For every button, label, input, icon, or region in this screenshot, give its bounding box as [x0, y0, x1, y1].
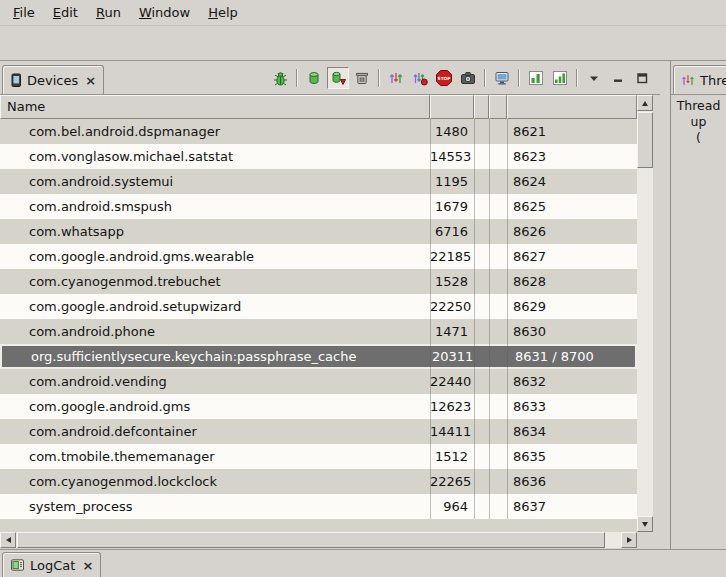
toolbar-separator — [518, 69, 520, 87]
process-port: 8637 — [507, 499, 637, 514]
table-row[interactable]: com.cyanogenmod.trebuchet15288628 — [0, 269, 637, 294]
horizontal-scrollbar-thumb[interactable] — [17, 532, 605, 548]
method-profiling-icon[interactable] — [409, 67, 431, 89]
update-heap-icon[interactable] — [303, 67, 325, 89]
table-row[interactable]: com.google.android.gms.wearable221858627 — [0, 244, 637, 269]
table-row[interactable]: com.android.systemui11958624 — [0, 169, 637, 194]
process-port: 8633 — [507, 399, 637, 414]
threads-tabbar: Threa — [671, 61, 726, 95]
process-name: com.cyanogenmod.lockclock — [0, 474, 430, 489]
process-name: system_process — [0, 499, 430, 514]
process-name: org.sufficientlysecure.keychain:passphra… — [2, 349, 432, 364]
process-port: 8629 — [507, 299, 637, 314]
table-row[interactable]: com.google.android.setupwizard222508629 — [0, 294, 637, 319]
horizontal-scrollbar[interactable] — [0, 532, 637, 548]
menu-help[interactable]: Help — [199, 2, 247, 23]
view-menu-icon[interactable] — [583, 67, 605, 89]
maximize-icon[interactable] — [631, 67, 653, 89]
process-name: com.android.systemui — [0, 174, 430, 189]
screen-record-icon[interactable] — [491, 67, 513, 89]
process-pid: 1195 — [430, 174, 474, 189]
process-name: com.google.android.setupwizard — [0, 299, 430, 314]
tab-devices[interactable]: Devices × — [2, 65, 104, 94]
close-icon[interactable]: × — [82, 558, 93, 573]
process-name: com.cyanogenmod.trebuchet — [0, 274, 430, 289]
tab-threads[interactable]: Threa — [673, 65, 726, 94]
column-grid-line — [474, 119, 475, 519]
main-area: Devices × STOP Name com.bel.android.dspm… — [0, 60, 726, 549]
table-row[interactable]: com.android.defcontainer144118634 — [0, 419, 637, 444]
devices-tabbar: Devices × STOP — [0, 61, 660, 95]
panel-divider[interactable] — [660, 61, 670, 549]
process-pid: 20311 — [432, 349, 476, 364]
allocation-chart-icon[interactable] — [549, 67, 571, 89]
debug-icon[interactable] — [269, 67, 291, 89]
menu-window[interactable]: Window — [130, 2, 199, 23]
column-header-blank-4[interactable] — [507, 95, 637, 119]
process-name: com.tmobile.thememanager — [0, 449, 430, 464]
process-port: 8636 — [507, 474, 637, 489]
menu-run[interactable]: Run — [87, 2, 130, 23]
table-row[interactable]: com.whatsapp67168626 — [0, 219, 637, 244]
toolbar-separator — [484, 69, 486, 87]
process-pid: 1528 — [430, 274, 474, 289]
process-name: com.whatsapp — [0, 224, 430, 239]
screen-capture-icon[interactable] — [457, 67, 479, 89]
table-row[interactable]: com.cyanogenmod.lockclock222658636 — [0, 469, 637, 494]
process-pid: 1471 — [430, 324, 474, 339]
table-row[interactable]: com.tmobile.thememanager15128635 — [0, 444, 637, 469]
stop-process-icon[interactable]: STOP — [433, 67, 455, 89]
up-arrow-icon — [642, 101, 648, 106]
process-port: 8623 — [507, 149, 637, 164]
table-row[interactable]: com.android.phone14718630 — [0, 319, 637, 344]
scroll-right-button[interactable] — [621, 532, 637, 548]
update-threads-icon[interactable] — [385, 67, 407, 89]
right-arrow-icon — [627, 537, 632, 543]
column-header-blank-2[interactable] — [474, 95, 489, 119]
table-row[interactable]: com.android.smspush16798625 — [0, 194, 637, 219]
table-header: Name — [0, 95, 637, 119]
tab-logcat[interactable]: LogCat × — [2, 552, 101, 577]
process-pid: 22185 — [430, 249, 474, 264]
process-port: 8624 — [507, 174, 637, 189]
down-arrow-icon — [642, 522, 648, 527]
heap-chart-icon[interactable] — [525, 67, 547, 89]
table-row[interactable]: com.bel.android.dspmanager14808621 — [0, 119, 637, 144]
vertical-scrollbar-thumb[interactable] — [637, 112, 653, 168]
process-port: 8625 — [507, 199, 637, 214]
close-icon[interactable]: × — [85, 73, 96, 88]
scroll-up-button[interactable] — [637, 95, 653, 111]
table-row[interactable]: system_process9648637 — [0, 494, 637, 519]
menu-file[interactable]: File — [4, 2, 44, 23]
column-grid-line — [507, 119, 508, 519]
column-header-name[interactable]: Name — [0, 95, 430, 119]
table-row[interactable]: org.sufficientlysecure.keychain:passphra… — [0, 344, 637, 369]
svg-text:STOP: STOP — [438, 76, 451, 81]
menu-edit[interactable]: Edit — [44, 2, 87, 23]
process-pid: 22440 — [430, 374, 474, 389]
threads-panel: Threa Thread up ( — [670, 61, 726, 549]
scroll-left-button[interactable] — [0, 532, 16, 548]
table-row[interactable]: com.vonglasow.michael.satstat145538623 — [0, 144, 637, 169]
vertical-scrollbar[interactable] — [637, 95, 653, 532]
minimize-icon[interactable] — [607, 67, 629, 89]
threads-message-line1: Thread up — [671, 98, 726, 130]
process-pid: 14411 — [430, 424, 474, 439]
process-name: com.google.android.gms — [0, 399, 430, 414]
process-pid: 22250 — [430, 299, 474, 314]
column-header-blank-1[interactable] — [430, 95, 474, 119]
process-port: 8626 — [507, 224, 637, 239]
process-table-body: com.bel.android.dspmanager14808621com.vo… — [0, 119, 637, 532]
column-header-blank-3[interactable] — [489, 95, 507, 119]
table-row[interactable]: com.android.vending224408632 — [0, 369, 637, 394]
threads-icon — [681, 73, 695, 87]
process-port: 8628 — [507, 274, 637, 289]
table-row[interactable]: com.google.android.gms126238633 — [0, 394, 637, 419]
dump-hprof-icon[interactable] — [327, 67, 349, 89]
process-pid: 1480 — [430, 124, 474, 139]
process-name: com.android.phone — [0, 324, 430, 339]
gc-trash-icon[interactable] — [351, 67, 373, 89]
process-port: 8631 / 8700 — [509, 349, 637, 364]
process-name: com.android.smspush — [0, 199, 430, 214]
scroll-down-button[interactable] — [637, 516, 653, 532]
